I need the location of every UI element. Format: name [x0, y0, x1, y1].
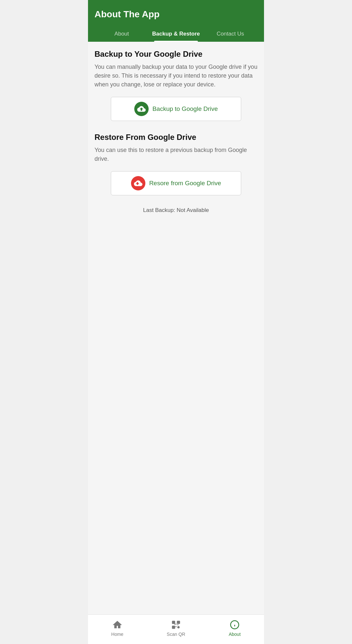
restore-section-title: Restore From Google Drive: [95, 133, 257, 142]
header: About The App About Backup & Restore Con…: [88, 0, 264, 42]
scan-qr-icon: [171, 620, 181, 630]
backup-button-label: Backup to Google Drive: [153, 105, 218, 112]
svg-rect-2: [172, 626, 175, 629]
bottom-nav: Home Scan QR About: [88, 614, 264, 644]
nav-about-label: About: [229, 632, 241, 637]
last-backup-status: Last Backup: Not Available: [95, 207, 257, 214]
backup-section: Backup to Your Google Drive You can manu…: [95, 50, 257, 121]
app-title: About The App: [95, 9, 257, 20]
cloud-download-icon: [131, 176, 145, 190]
cloud-upload-icon: [134, 102, 149, 116]
backup-section-title: Backup to Your Google Drive: [95, 50, 257, 59]
restore-section: Restore From Google Drive You can use th…: [95, 133, 257, 195]
restore-section-desc: You can use this to restore a previous b…: [95, 146, 257, 163]
svg-rect-0: [172, 621, 175, 624]
tabs: About Backup & Restore Contact Us: [95, 26, 257, 42]
nav-about[interactable]: About: [205, 618, 264, 639]
nav-home[interactable]: Home: [88, 618, 147, 639]
nav-scan-qr[interactable]: Scan QR: [147, 618, 205, 639]
restore-button-label: Resore from Google Drive: [149, 180, 221, 187]
nav-scan-qr-label: Scan QR: [167, 632, 185, 637]
tab-about[interactable]: About: [95, 26, 149, 42]
nav-home-label: Home: [111, 632, 123, 637]
svg-point-3: [178, 626, 179, 628]
backup-button[interactable]: Backup to Google Drive: [111, 97, 241, 121]
svg-rect-1: [177, 621, 180, 624]
restore-button[interactable]: Resore from Google Drive: [111, 171, 241, 195]
about-icon: [230, 620, 240, 630]
home-icon: [112, 620, 122, 630]
tab-contact[interactable]: Contact Us: [203, 26, 257, 42]
main-content: Backup to Your Google Drive You can manu…: [88, 42, 264, 614]
tab-backup-restore[interactable]: Backup & Restore: [149, 26, 203, 42]
backup-section-desc: You can manually backup your data to you…: [95, 63, 257, 89]
